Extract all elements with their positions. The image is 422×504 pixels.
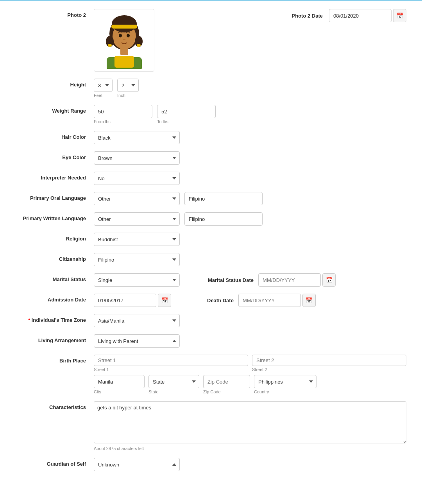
photo-date-calendar-button[interactable]: 📅 [393,9,406,22]
guardian-label: Guardian of Self [16,458,94,467]
weight-to-group: To lbs [157,105,216,124]
weight-field-group: From lbs To lbs [94,105,406,124]
hair-color-row: Hair Color Black BrownBlondeRedGrayWhite… [16,131,406,144]
birth-place-label: Birth Place [16,355,94,364]
birth-place-street1-group: Street 1 [94,355,248,372]
citizenship-control: Filipino AmericanBritishCanadianOther [94,253,406,266]
marital-status-date-input[interactable] [258,273,321,287]
living-arrangement-select[interactable]: Living with Parent IndependentGroup Home… [94,334,180,348]
citizenship-select[interactable]: Filipino AmericanBritishCanadianOther [94,253,180,266]
eye-color-label: Eye Color [16,151,94,160]
height-feet-select[interactable]: 3 124567 [94,79,113,92]
weight-to-label: To lbs [157,119,216,124]
admission-date-calendar-button[interactable]: 📅 [158,294,171,307]
marital-status-date-label: Marital Status Date [208,277,254,283]
written-language-row: Primary Written Language Other EnglishSp… [16,212,406,226]
weight-label: Weight Range [16,105,94,114]
admission-date-input[interactable] [94,294,156,307]
birth-place-control: Street 1 Street 2 City State ALAKAZARCA [94,355,406,394]
svg-rect-4 [114,56,134,68]
citizenship-label: Citizenship [16,253,94,262]
state-label: State [148,389,199,394]
admission-date-field-group: 📅 Death Date 📅 [94,294,406,307]
timezone-label: Individual's Time Zone [16,314,94,323]
weight-to-input[interactable] [157,105,216,118]
height-feet-group: 3 124567 Feet [94,79,113,98]
timezone-control: Asia/Manila America/New_YorkAmerica/Chic… [94,314,406,327]
calendar-icon: 📅 [161,297,168,303]
height-row: Height 3 124567 Feet 2 0134567891011 Inc… [16,79,406,98]
written-language-label: Primary Written Language [16,212,94,221]
height-control: 3 124567 Feet 2 0134567891011 Inch [94,79,406,98]
country-label: Country [254,389,316,394]
eye-color-control: Brown BlueGreenHazelGrayOther [94,151,406,165]
religion-select[interactable]: Buddhist CatholicChristianHinduJewishMus… [94,233,180,246]
living-arrangement-label: Living Arrangement [16,334,94,343]
svg-point-14 [137,44,141,47]
photo-container[interactable] [94,9,154,72]
hair-color-label: Hair Color [16,131,94,140]
death-date-input-group: 📅 [238,294,316,307]
death-date-calendar-button[interactable]: 📅 [302,294,316,307]
street2-label: Street 2 [252,367,406,372]
characteristics-textarea[interactable]: gets a bit hyper at times [94,401,406,443]
oral-language-other-input[interactable] [184,192,263,205]
written-language-other-input[interactable] [184,212,263,226]
birth-place-country-select[interactable]: Philippines United StatesCanadaUnited Ki… [254,375,316,388]
marital-status-row: Marital Status Single MarriedDivorcedWid… [16,273,406,287]
hair-color-select[interactable]: Black BrownBlondeRedGrayWhiteOther [94,131,180,144]
death-date-input[interactable] [238,294,301,307]
admission-date-input-group: 📅 [94,294,171,307]
birth-place-street2-input[interactable] [252,355,406,366]
religion-row: Religion Buddhist CatholicChristianHindu… [16,233,406,246]
weight-control: From lbs To lbs [94,105,406,124]
weight-from-input[interactable] [94,105,152,118]
svg-rect-10 [111,25,137,29]
birth-place-street2-group: Street 2 [252,355,406,372]
religion-label: Religion [16,233,94,242]
eye-color-select[interactable]: Brown BlueGreenHazelGrayOther [94,151,180,165]
written-language-select[interactable]: Other EnglishSpanishFrench [94,212,180,226]
written-language-control: Other EnglishSpanishFrench [94,212,406,226]
weight-row: Weight Range From lbs To lbs [16,105,406,124]
birth-place-street1-input[interactable] [94,355,248,366]
timezone-row: Individual's Time Zone Asia/Manila Ameri… [16,314,406,327]
birth-place-row: Birth Place Street 1 Street 2 City [16,355,406,394]
marital-status-calendar-button[interactable]: 📅 [322,273,336,287]
height-feet-label: Feet [94,93,113,98]
guardian-select[interactable]: Unknown YesNo [94,458,180,471]
timezone-select[interactable]: Asia/Manila America/New_YorkAmerica/Chic… [94,314,180,327]
svg-point-6 [119,34,122,37]
admission-date-label: Admission Date [16,294,94,303]
birth-place-state-select[interactable]: State ALAKAZARCA [148,375,199,388]
oral-language-select[interactable]: Other EnglishSpanishFrench [94,192,180,205]
characteristics-char-count: About 2975 characters left [94,446,406,451]
birth-place-zip-input[interactable] [203,375,250,388]
height-label: Height [16,79,94,88]
citizenship-row: Citizenship Filipino AmericanBritishCana… [16,253,406,266]
birth-place-zip-group: Zip Code [203,375,250,394]
interpreter-label: Interpreter Needed [16,172,94,181]
photo-date-input-group: 📅 [329,9,406,22]
height-inch-group: 2 0134567891011 Inch [117,79,139,98]
avatar-image [99,12,150,69]
characteristics-control: gets a bit hyper at times About 2975 cha… [94,401,406,451]
photo-date-section: Photo 2 Date 📅 [292,9,406,22]
calendar-icon: 📅 [326,277,333,283]
admission-date-row: Admission Date 📅 Death Date 📅 [16,294,406,307]
svg-point-13 [108,44,112,47]
interpreter-select[interactable]: No Yes [94,172,180,185]
weight-from-group: From lbs [94,105,152,124]
birth-place-street-row: Street 1 Street 2 [94,355,406,372]
photo-date-input[interactable] [329,9,392,22]
birth-place-city-row: City State ALAKAZARCA State Zip Code Phi… [94,375,406,394]
height-inch-select[interactable]: 2 0134567891011 [117,79,139,92]
photo-date-label: Photo 2 Date [292,13,323,19]
svg-point-8 [123,39,125,40]
photo-label: Photo 2 [16,9,94,18]
birth-place-city-input[interactable] [94,375,145,388]
interpreter-control: No Yes [94,172,406,185]
marital-status-select[interactable]: Single MarriedDivorcedWidowedSeparated [94,273,180,287]
svg-point-7 [127,34,130,37]
guardian-row: Guardian of Self Unknown YesNo [16,458,406,471]
